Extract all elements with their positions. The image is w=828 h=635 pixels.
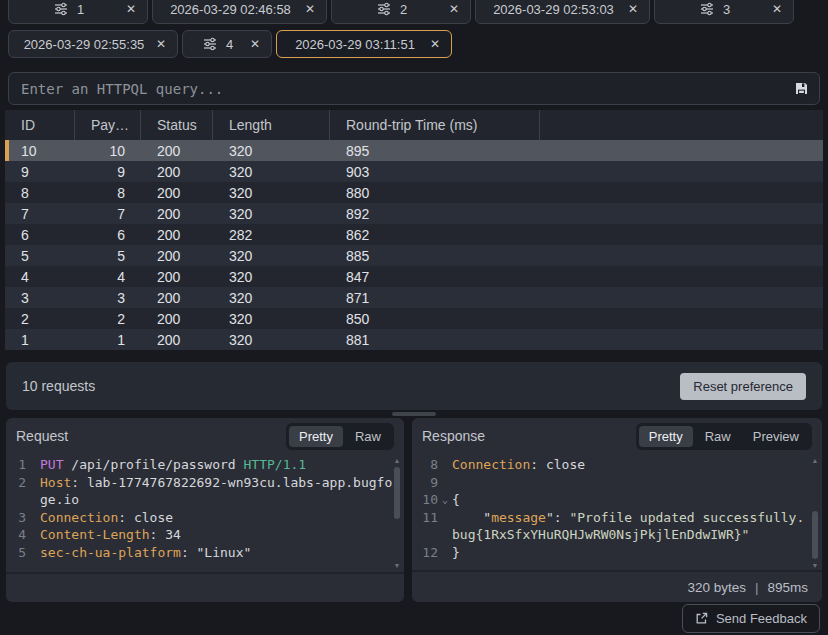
scroll-down-icon[interactable]: ▼	[812, 561, 819, 570]
code-text: }	[452, 544, 822, 562]
capture-tab[interactable]: 2026-03-29 02:55:35✕	[8, 30, 178, 58]
requests-table: IDPay…StatusLengthRound-trip Time (ms) 1…	[5, 110, 823, 350]
capture-tab[interactable]: 2026-03-29 02:46:58✕	[152, 0, 327, 24]
cell-length: 320	[213, 143, 330, 159]
response-title: Response	[422, 428, 485, 444]
httpql-query-input[interactable]: Enter an HTTPQL query...	[8, 72, 820, 105]
column-header-payload[interactable]: Pay…	[75, 110, 141, 140]
table-row[interactable]: 33200320871	[5, 287, 823, 308]
close-tab-icon[interactable]: ✕	[126, 2, 136, 16]
cell-rtt: 862	[330, 227, 540, 243]
table-row[interactable]: 1010200320895	[5, 140, 823, 161]
request-panel-footer	[6, 572, 404, 602]
cell-status: 200	[141, 332, 213, 348]
close-tab-icon[interactable]: ✕	[772, 2, 782, 16]
capture-tab[interactable]: 1✕	[8, 0, 148, 24]
view-tab-pretty[interactable]: Pretty	[639, 426, 693, 447]
request-scrollbar[interactable]: ▲ ▼	[392, 456, 402, 570]
table-row[interactable]: 66200282862	[5, 224, 823, 245]
capture-tab[interactable]: 2026-03-29 02:53:03✕	[475, 0, 650, 24]
scrollbar-thumb[interactable]	[812, 511, 818, 559]
close-tab-icon[interactable]: ✕	[449, 2, 459, 16]
cell-rtt: 903	[330, 164, 540, 180]
cell-id: 3	[5, 290, 75, 306]
cell-rtt: 847	[330, 269, 540, 285]
cell-id: 2	[5, 311, 75, 327]
cell-status: 200	[141, 290, 213, 306]
scroll-down-icon[interactable]: ▼	[394, 561, 401, 570]
line-gutter: 4	[6, 526, 40, 544]
line-number: 4	[6, 526, 26, 544]
close-tab-icon[interactable]: ✕	[430, 37, 440, 51]
code-line: 3Connection: close	[6, 509, 404, 527]
code-text: Content-Length: 34	[40, 526, 404, 544]
external-link-icon	[695, 612, 708, 625]
response-panel-header: Response PrettyRawPreview	[412, 418, 822, 454]
fold-spacer	[26, 474, 40, 509]
close-tab-icon[interactable]: ✕	[156, 37, 166, 51]
request-count: 10 requests	[22, 378, 95, 394]
table-row[interactable]: 88200320880	[5, 182, 823, 203]
line-number: 5	[6, 544, 26, 562]
scroll-up-icon[interactable]: ▲	[394, 456, 401, 465]
table-row[interactable]: 11200320881	[5, 329, 823, 350]
line-number: 2	[6, 474, 26, 509]
table-row[interactable]: 22200320850	[5, 308, 823, 329]
close-tab-icon[interactable]: ✕	[305, 2, 315, 16]
cell-status: 200	[141, 164, 213, 180]
code-text	[452, 474, 822, 492]
request-panel: Request PrettyRaw 1PUT /api/profile/pass…	[6, 418, 404, 602]
table-row[interactable]: 44200320847	[5, 266, 823, 287]
close-tab-icon[interactable]: ✕	[250, 37, 260, 51]
column-header-status[interactable]: Status	[141, 110, 213, 140]
cell-rtt: 871	[330, 290, 540, 306]
view-tab-pretty[interactable]: Pretty	[289, 426, 343, 447]
tab-label: 4	[226, 37, 233, 52]
code-line: 4Content-Length: 34	[6, 526, 404, 544]
column-header-length[interactable]: Length	[213, 110, 330, 140]
table-row[interactable]: 55200320885	[5, 245, 823, 266]
request-editor-body[interactable]: 1PUT /api/profile/password HTTP/1.12Host…	[6, 454, 404, 572]
line-gutter: 2	[6, 474, 40, 509]
cell-rtt: 880	[330, 185, 540, 201]
cell-rtt: 850	[330, 311, 540, 327]
cell-status: 200	[141, 227, 213, 243]
fold-spacer	[438, 474, 452, 492]
fold-spacer	[26, 526, 40, 544]
cell-payload: 9	[75, 164, 141, 180]
code-text: "message": "Profile updated successfully…	[452, 509, 822, 544]
save-query-icon[interactable]	[794, 81, 809, 96]
response-panel-footer: 320 bytes | 895ms	[412, 570, 822, 602]
capture-tab[interactable]: 2✕	[331, 0, 471, 24]
reset-preference-button[interactable]: Reset preference	[680, 373, 806, 400]
view-tab-raw[interactable]: Raw	[695, 426, 741, 447]
view-tab-preview[interactable]: Preview	[743, 426, 809, 447]
cell-payload: 8	[75, 185, 141, 201]
table-row[interactable]: 77200320892	[5, 203, 823, 224]
column-header-rtt[interactable]: Round-trip Time (ms)	[330, 110, 540, 140]
cell-status: 200	[141, 269, 213, 285]
view-tab-raw[interactable]: Raw	[345, 426, 391, 447]
line-number: 10	[412, 491, 438, 509]
close-tab-icon[interactable]: ✕	[628, 2, 638, 16]
capture-tab[interactable]: 3✕	[654, 0, 794, 24]
code-text: Host: lab-1774767822692-wn93cu.labs-app.…	[40, 474, 404, 509]
capture-tab[interactable]: 2026-03-29 03:11:51✕	[276, 30, 452, 58]
column-header-id[interactable]: ID	[5, 110, 75, 140]
split-handle[interactable]	[392, 412, 436, 416]
column-header-filler	[540, 110, 823, 140]
line-gutter: 8	[412, 456, 452, 474]
table-row[interactable]: 99200320903	[5, 161, 823, 182]
line-number: 9	[412, 474, 438, 492]
fold-chevron-icon[interactable]: ⌄	[438, 491, 452, 509]
response-scrollbar[interactable]: ▲ ▼	[810, 456, 820, 570]
capture-tab[interactable]: 4✕	[182, 30, 272, 58]
code-line: 9	[412, 474, 822, 492]
scroll-up-icon[interactable]: ▲	[812, 456, 819, 465]
response-editor-body[interactable]: 8Connection: close9 10⌄{11 "message": "P…	[412, 454, 822, 570]
line-number: 3	[6, 509, 26, 527]
code-text: {	[452, 491, 822, 509]
scrollbar-thumb[interactable]	[394, 467, 400, 519]
cell-status: 200	[141, 143, 213, 159]
send-feedback-button[interactable]: Send Feedback	[682, 604, 820, 633]
